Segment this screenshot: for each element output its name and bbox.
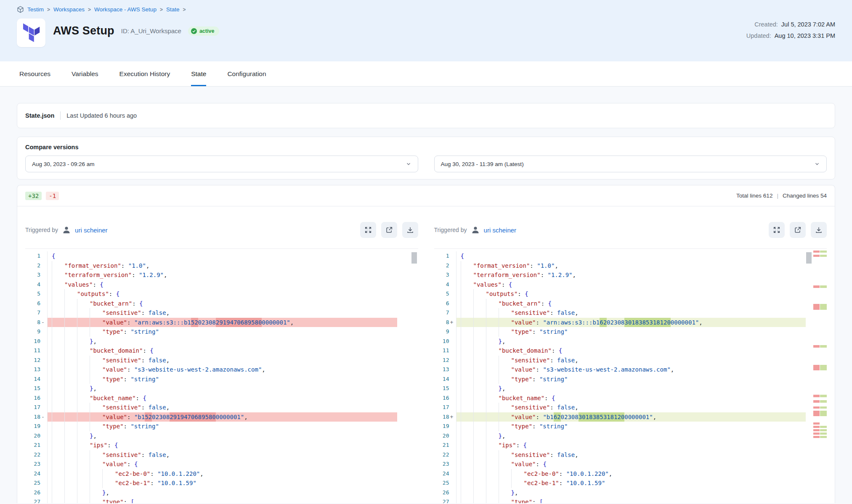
line-number: 23 — [434, 459, 449, 469]
file-last-updated: Last Updated 6 hours ago — [66, 112, 137, 119]
code-line: 20}, — [25, 431, 397, 441]
download-button[interactable] — [402, 222, 418, 238]
line-number: 20 — [434, 431, 449, 441]
diff-marker — [449, 356, 456, 365]
tab-variables[interactable]: Variables — [72, 61, 98, 86]
line-number: 2 — [434, 261, 449, 271]
code-line: 27"type": [ — [434, 497, 806, 503]
triggered-by-user-link[interactable]: uri scheiner — [75, 227, 108, 234]
ruler-removed-mark — [813, 436, 820, 438]
line-number: 12 — [25, 356, 40, 365]
code-line: 15}, — [434, 384, 806, 393]
diff-marker: + — [449, 318, 456, 327]
line-number: 21 — [434, 441, 449, 450]
open-external-button[interactable] — [381, 222, 397, 238]
check-circle-icon — [191, 28, 197, 34]
code-editor-left[interactable]: 1{2"format_version": "1.0",3"terraform_v… — [25, 248, 418, 503]
code-line: 26}, — [434, 488, 806, 498]
code-text: }, — [456, 337, 806, 346]
expand-button[interactable] — [769, 222, 785, 238]
ruler-removed-mark — [813, 406, 820, 409]
expand-button[interactable] — [360, 222, 376, 238]
compare-versions-title: Compare versions — [25, 144, 827, 150]
ruler-added-mark — [820, 426, 827, 428]
code-text: "ec2-be-0": "10.0.1.220", — [47, 469, 397, 479]
diff-marker — [40, 497, 47, 503]
version-select-left[interactable]: Aug 30, 2023 - 09:26 am — [25, 156, 418, 172]
line-number: 27 — [25, 497, 40, 503]
version-select-right[interactable]: Aug 30, 2023 - 11:39 am (Latest) — [434, 156, 827, 172]
code-line: 7"sensitive": false, — [434, 308, 806, 318]
line-number: 26 — [434, 488, 449, 498]
workspace-dates: Created:Jul 5, 2023 7:02 AM Updated:Aug … — [746, 21, 835, 44]
triggered-by-user-link[interactable]: uri scheiner — [484, 227, 517, 234]
diff-marker — [449, 393, 456, 403]
diff-marker — [449, 280, 456, 290]
diff-marker: + — [449, 412, 456, 422]
scrollbar-thumb[interactable] — [806, 252, 812, 264]
compare-versions-card: Compare versions Aug 30, 2023 - 09:26 am… — [17, 137, 835, 179]
ruler-added-mark — [820, 345, 827, 348]
diff-marker — [40, 403, 47, 412]
page-title: AWS Setup — [53, 24, 114, 37]
diff-marker — [449, 403, 456, 412]
ruler-removed-mark — [813, 429, 820, 431]
code-line: 19"type": "string" — [434, 422, 806, 431]
chevron-down-icon — [406, 161, 411, 167]
diff-marker — [449, 261, 456, 271]
diff-marker — [40, 251, 47, 261]
ruler-added-mark — [820, 365, 827, 370]
ruler-removed-mark — [813, 255, 820, 257]
scrollbar-thumb[interactable] — [411, 252, 417, 264]
diff-marker — [449, 497, 456, 503]
diff-marker — [40, 393, 47, 403]
diff-marker — [40, 478, 47, 488]
diff-marker — [449, 469, 456, 479]
breadcrumb-item-workspaces[interactable]: Workspaces — [53, 6, 85, 13]
ruler-added-mark — [820, 400, 827, 403]
diff-marker — [40, 346, 47, 356]
breadcrumb-item-workspace[interactable]: Workspace - AWS Setup — [94, 6, 157, 13]
code-text: "bucket_arn": { — [456, 299, 806, 309]
open-external-button[interactable] — [790, 222, 806, 238]
line-number: 18 — [434, 412, 449, 422]
ruler-added-mark — [820, 433, 827, 435]
ruler-added-mark — [820, 406, 827, 409]
code-line: 15}, — [25, 384, 397, 393]
workspace-id: ID: A_Uri_Workspace — [121, 27, 181, 34]
code-line: 17"sensitive": false, — [25, 403, 397, 412]
tab-resources[interactable]: Resources — [19, 61, 50, 86]
breadcrumb-item-testim[interactable]: Testim — [27, 6, 44, 13]
download-button[interactable] — [811, 222, 827, 238]
version-select-right-value: Aug 30, 2023 - 11:39 am (Latest) — [441, 161, 524, 167]
code-text: "bucket_name": { — [47, 393, 397, 403]
diff-pane-right: Triggered by uri scheiner — [434, 211, 827, 503]
state-file-card: State.json Last Updated 6 hours ago — [17, 103, 835, 128]
code-line: 7"sensitive": false, — [25, 308, 397, 318]
code-text: { — [47, 251, 397, 261]
breadcrumb-item-state[interactable]: State — [166, 6, 180, 13]
code-editor-right[interactable]: 1{2"format_version": "1.0",3"terraform_v… — [434, 248, 827, 503]
code-text: "type": "string" — [47, 327, 397, 337]
line-number: 6 — [25, 299, 40, 309]
diff-marker — [40, 488, 47, 498]
ruler-removed-mark — [813, 251, 820, 253]
code-line: 2"format_version": "1.0", — [434, 261, 806, 271]
diff-card: +32 -1 Total lines 612 | Changed lines 5… — [17, 185, 835, 503]
tab-execution-history[interactable]: Execution History — [119, 61, 170, 86]
code-text: "sensitive": false, — [456, 356, 806, 365]
diff-marker — [449, 422, 456, 431]
ruler-removed-mark — [813, 433, 820, 435]
code-line: 24"ec2-be-0": "10.0.1.220", — [25, 469, 397, 479]
diff-overview-ruler[interactable] — [813, 249, 827, 503]
main-content: State.json Last Updated 6 hours ago Comp… — [0, 87, 852, 503]
code-text: "value": "s3-website-us-west-2.amazonaws… — [456, 365, 806, 375]
code-text: "value": "arn:aws:s3:::b1520230829194706… — [47, 318, 397, 327]
ruler-added-mark — [820, 395, 827, 397]
code-text: "ips": { — [47, 441, 397, 450]
line-number: 9 — [434, 327, 449, 337]
tab-state[interactable]: State — [191, 61, 206, 86]
tab-configuration[interactable]: Configuration — [227, 61, 266, 86]
code-text: "value": "b1620230830183853181200000001"… — [456, 412, 806, 422]
code-line: 3"terraform_version": "1.2.9", — [434, 270, 806, 280]
